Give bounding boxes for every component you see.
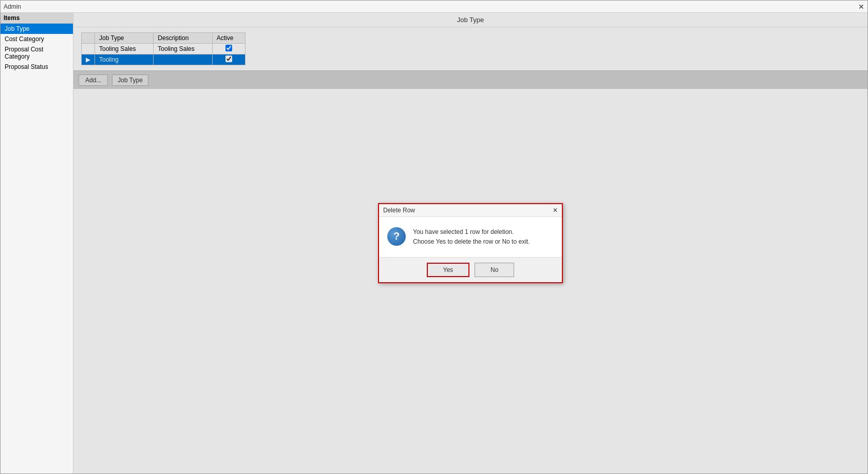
sidebar-item-proposal-cost-category[interactable]: Proposal Cost Category: [1, 44, 73, 62]
sidebar-item-proposal-status[interactable]: Proposal Status: [1, 62, 73, 72]
dialog-message-line2: Choose Yes to delete the row or No to ex…: [413, 238, 530, 245]
dialog-message: You have selected 1 row for deletion. Ch…: [413, 227, 530, 247]
dialog-body: ? You have selected 1 row for deletion. …: [379, 217, 562, 257]
window-title: Admin: [4, 3, 21, 10]
sidebar-item-job-type[interactable]: Job Type: [1, 24, 73, 34]
main-window: Admin ✕ Items Job Type Cost Category Pro…: [0, 0, 868, 474]
dialog-close-button[interactable]: ✕: [553, 207, 558, 214]
delete-row-dialog: Delete Row ✕ ? You have selected 1 row f…: [378, 203, 563, 283]
yes-button[interactable]: Yes: [427, 263, 470, 277]
main-layout: Items Job Type Cost Category Proposal Co…: [1, 13, 867, 473]
sidebar: Items Job Type Cost Category Proposal Co…: [1, 13, 73, 473]
close-button[interactable]: ✕: [858, 3, 864, 11]
dialog-question-icon: ?: [387, 227, 406, 246]
dialog-footer: Yes No: [379, 257, 562, 282]
sidebar-item-cost-category[interactable]: Cost Category: [1, 34, 73, 44]
title-bar: Admin ✕: [1, 1, 867, 13]
dialog-title: Delete Row: [383, 207, 415, 214]
content-area: Job Type Job Type Description Active: [73, 13, 867, 473]
dialog-overlay: Delete Row ✕ ? You have selected 1 row f…: [73, 13, 867, 473]
dialog-message-line1: You have selected 1 row for deletion.: [413, 228, 514, 235]
no-button[interactable]: No: [475, 263, 514, 277]
dialog-title-bar: Delete Row ✕: [379, 204, 562, 217]
sidebar-header: Items: [1, 13, 73, 24]
